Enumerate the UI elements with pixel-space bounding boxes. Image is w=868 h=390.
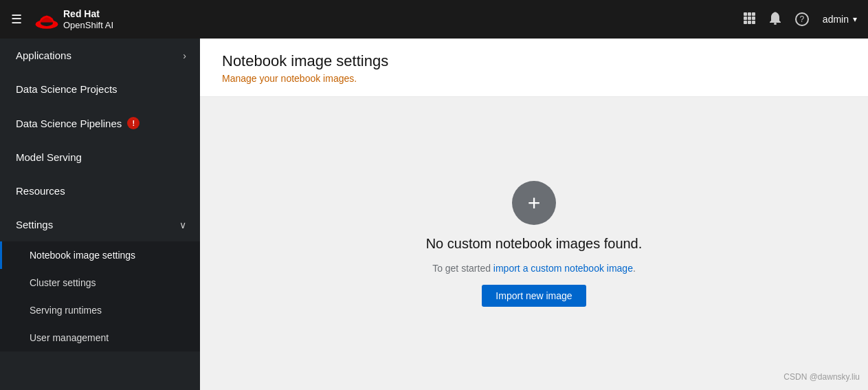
sub-item-serving-label: Serving runtimes <box>30 305 102 316</box>
sidebar-sub-item-cluster-settings[interactable]: Cluster settings <box>0 269 200 296</box>
svg-rect-9 <box>744 21 747 24</box>
sidebar-item-dsp-label: Data Science Projects <box>16 83 118 95</box>
sidebar-sub-item-notebook-image-settings[interactable]: Notebook image settings <box>0 241 200 269</box>
empty-icon-circle: + <box>512 181 556 225</box>
sidebar-item-resources[interactable]: Resources <box>0 174 200 208</box>
topnav-username: admin <box>823 14 849 25</box>
sub-item-cluster-label: Cluster settings <box>30 277 96 288</box>
empty-subtitle-after: . <box>633 263 636 274</box>
sidebar-item-model-serving[interactable]: Model Serving <box>0 140 200 174</box>
svg-rect-6 <box>744 17 747 20</box>
topnav-icons: ? admin ▾ <box>743 11 857 28</box>
page-subtitle: Manage your notebook images. <box>222 73 846 84</box>
empty-state: + No custom notebook images found. To ge… <box>426 181 643 307</box>
svg-point-12 <box>774 23 777 25</box>
sidebar-item-model-serving-label: Model Serving <box>16 151 82 163</box>
page-subtitle-text: Manage your notebook images. <box>222 73 357 84</box>
watermark: CSDN @dawnsky.liu <box>783 372 860 382</box>
sub-item-notebook-label: Notebook image settings <box>30 250 135 261</box>
page-body: + No custom notebook images found. To ge… <box>200 97 868 390</box>
layout: Applications › Data Science Projects Dat… <box>0 39 868 390</box>
help-icon[interactable]: ? <box>795 12 809 26</box>
pipelines-error-badge: ! <box>127 117 140 129</box>
topnav: ☰ Red Hat OpenShift AI <box>0 0 868 39</box>
page-title: Notebook image settings <box>222 52 846 70</box>
topnav-brand: ☰ Red Hat OpenShift AI <box>11 7 735 32</box>
svg-rect-8 <box>752 17 755 20</box>
import-link[interactable]: import a custom notebook image <box>493 263 633 274</box>
settings-chevron-icon: ∨ <box>179 219 186 230</box>
sidebar-item-data-science-projects[interactable]: Data Science Projects <box>0 72 200 106</box>
bell-icon[interactable] <box>769 11 781 28</box>
sidebar-item-pipelines-left: Data Science Pipelines ! <box>16 117 140 129</box>
brand-name: Red Hat <box>63 8 113 20</box>
sidebar-sub-item-serving-runtimes[interactable]: Serving runtimes <box>0 296 200 324</box>
svg-rect-3 <box>744 12 747 16</box>
import-new-image-button[interactable]: Import new image <box>482 285 586 307</box>
sidebar-item-applications[interactable]: Applications › <box>0 39 200 72</box>
sidebar-item-settings[interactable]: Settings ∨ <box>0 208 200 241</box>
sidebar-item-pipelines-label: Data Science Pipelines <box>16 118 122 129</box>
main-content: Notebook image settings Manage your note… <box>200 39 868 390</box>
sidebar-item-resources-label: Resources <box>16 185 65 197</box>
redhat-hat-icon <box>34 7 59 32</box>
svg-rect-11 <box>752 21 755 24</box>
sidebar-item-applications-label: Applications <box>16 50 71 61</box>
topnav-chevron-icon: ▾ <box>853 14 857 24</box>
topnav-user[interactable]: admin ▾ <box>823 14 857 25</box>
redhat-logo: Red Hat OpenShift AI <box>34 7 113 32</box>
empty-subtitle-before: To get started <box>432 263 493 274</box>
svg-rect-5 <box>752 12 755 16</box>
svg-rect-7 <box>748 17 751 20</box>
svg-rect-10 <box>748 21 751 24</box>
sidebar-item-data-science-pipelines[interactable]: Data Science Pipelines ! <box>0 106 200 140</box>
svg-rect-4 <box>748 12 751 16</box>
sidebar-sub-item-user-management[interactable]: User management <box>0 324 200 351</box>
page-header: Notebook image settings Manage your note… <box>200 39 868 97</box>
empty-title: No custom notebook images found. <box>426 236 643 252</box>
empty-subtitle: To get started import a custom notebook … <box>432 263 636 274</box>
brand-sub: OpenShift AI <box>63 20 113 31</box>
grid-icon[interactable] <box>743 12 755 28</box>
brand-text: Red Hat OpenShift AI <box>63 8 113 30</box>
sub-item-user-mgmt-label: User management <box>30 332 109 343</box>
sidebar: Applications › Data Science Projects Dat… <box>0 39 200 390</box>
plus-icon: + <box>528 192 541 214</box>
applications-chevron-icon: › <box>183 50 186 61</box>
hamburger-icon[interactable]: ☰ <box>11 12 22 27</box>
sidebar-item-settings-label: Settings <box>16 219 53 230</box>
